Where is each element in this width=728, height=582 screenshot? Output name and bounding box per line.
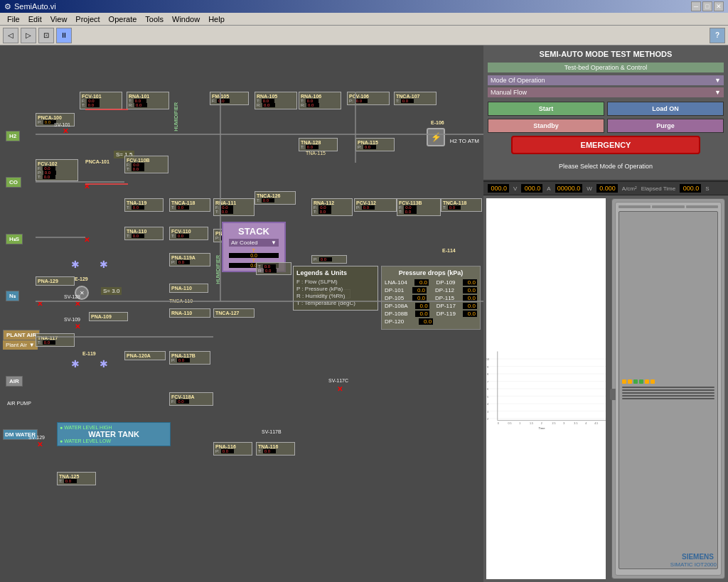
fan2-icon: ✱ <box>100 259 108 270</box>
plant-air-chevron-icon: ▼ <box>29 342 35 348</box>
pna116-component: PNA-116 P:0.0 <box>213 442 252 456</box>
gas-n2-label: N₂ <box>6 291 19 301</box>
device-vents-top <box>619 205 718 208</box>
tna117-component: TNA-117 T:0.0 <box>36 333 75 347</box>
voltage-display: 000.0 <box>488 184 509 193</box>
tna125-component: TNA-125 T:0.0 <box>57 472 96 485</box>
right-panel: SEMI-AUTO MODE TEST METHODS Test-bed Ope… <box>483 45 728 582</box>
emergency-button[interactable]: EMERGENCY <box>511 136 700 154</box>
fcv118a-component: FCV-118A F:0.0 <box>169 392 213 406</box>
pcv112-component: PCV-112 P:0.0 <box>354 198 397 212</box>
sv128-valve-icon[interactable]: ✕ <box>75 300 80 308</box>
e119-label: E-119 <box>82 351 96 356</box>
menu-file[interactable]: File <box>3 15 24 23</box>
e106-component: ⚡ <box>427 128 445 146</box>
tnca126-component: TNCA-126 T:0.0 <box>255 191 296 205</box>
tnca118-right-component: TNCA-118 T:0.0 <box>441 198 482 212</box>
fcv110-component: FCV-110 T:0.0 <box>169 227 208 240</box>
t-val-center: T:0.0 R:0.0 <box>256 262 291 275</box>
air-pump-label: AIR PUMP <box>7 401 31 406</box>
sv129-valve-icon[interactable]: ✕ <box>37 441 43 448</box>
pna120a-component: PNA-120A <box>124 351 166 360</box>
sv101-valve-icon[interactable]: ✕ <box>63 127 68 135</box>
valve-n2-icon[interactable]: ✕ <box>37 300 43 308</box>
menu-window[interactable]: Window <box>168 15 204 23</box>
svg-text:4: 4 <box>585 422 587 425</box>
svg-text:5: 5 <box>487 396 488 399</box>
pna117b-component: PNA-117B P:0.0 <box>169 351 210 365</box>
e114-label: E-114 <box>442 248 456 253</box>
current-display: 000.0 <box>521 184 542 193</box>
menu-edit[interactable]: Edit <box>24 15 46 23</box>
aircooled-select[interactable]: Air Cooled ▼ <box>229 239 279 247</box>
pd-row-6: DP-120 0.0 <box>385 318 477 325</box>
toolbar-btn-3[interactable]: ⊡ <box>38 28 54 43</box>
device-slits <box>619 385 717 402</box>
menu-view[interactable]: View <box>46 15 72 23</box>
rna110-component: RNA-110 <box>169 308 210 318</box>
svg-text:2: 2 <box>541 422 542 425</box>
e106-label: E-106 <box>431 120 444 125</box>
plant-air-dropdown[interactable]: Plant Air ▼ <box>3 340 38 350</box>
close-button[interactable]: ✕ <box>714 1 724 11</box>
legends-title: Legends & Units <box>296 269 375 276</box>
valve-co-icon[interactable]: ✕ <box>84 183 90 190</box>
rna106-component: RNA-106 T:0.0 R:0.0 <box>299 92 341 109</box>
gas-plantair-label: PLANT AIR <box>3 330 40 340</box>
voltage-unit: V <box>513 185 517 192</box>
pd-row-1: LNA-104 0.0 DP-109 0.0 <box>385 279 477 286</box>
legend-r: R : Humidity (%Rh) <box>296 293 375 299</box>
menu-help[interactable]: Help <box>204 15 229 23</box>
power-display: 00000.0 <box>555 184 583 193</box>
svg-text:10: 10 <box>486 358 489 361</box>
title-bar-controls: ─ □ ✕ <box>691 1 724 11</box>
svg-text:Time: Time <box>539 426 546 430</box>
sv117b-label: SV-117B <box>262 429 282 434</box>
water-level-low-label: ● WATER LEVEL LOW <box>60 438 168 443</box>
menu-operate[interactable]: Operate <box>105 15 141 23</box>
toolbar-btn-pause[interactable]: ⏸ <box>56 28 72 43</box>
svg-text:0.5: 0.5 <box>508 422 511 425</box>
pnca101-label: PNCA-101 <box>85 159 109 164</box>
rna112-component: RNA-112 F:0.0 T:0.0 <box>311 198 353 216</box>
start-button[interactable]: Start <box>488 102 604 116</box>
mode-of-operation-dropdown[interactable]: Mode Of Operation ▼ <box>488 75 724 85</box>
load-on-button[interactable]: Load ON <box>607 102 724 116</box>
menu-project[interactable]: Project <box>71 15 104 23</box>
pd-row-2: DP-101 0.0 DP-112 0.0 <box>385 287 477 293</box>
purge-button[interactable]: Purge <box>607 119 724 133</box>
minimize-button[interactable]: ─ <box>691 1 701 11</box>
stack-t-label: T: <box>229 248 279 253</box>
svg-text:4: 4 <box>487 403 488 406</box>
sv109-valve-icon[interactable]: ✕ <box>75 323 80 330</box>
gas-co-label: CO <box>6 177 21 188</box>
standby-button[interactable]: Standby <box>488 119 604 133</box>
toolbar-btn-help[interactable]: ? <box>710 28 725 43</box>
tnca107-component: TNCA-107 T:0.0 <box>394 92 437 105</box>
title-bar: ⚙ SemiAuto.vi ─ □ ✕ <box>0 0 728 13</box>
svg-text:6: 6 <box>487 388 488 391</box>
main-area: H2 CO H₂S N₂ PLANT AIR AIR DM WATER Plan… <box>0 45 728 582</box>
select-mode-text: Please Select Mode of Operation <box>488 157 724 176</box>
device-port <box>610 389 616 400</box>
manual-flow-dropdown[interactable]: Manual Flow ▼ <box>488 87 724 97</box>
pd-row-3: DP-105 0.0 DP-115 0.0 <box>385 295 477 301</box>
graph-svg: 10 9 8 7 6 5 4 3 2 0 0.5 1 1.5 2 2.5 3 <box>486 198 606 579</box>
valve-h2s-icon[interactable]: ✕ <box>84 236 90 244</box>
menu-tools[interactable]: Tools <box>141 15 168 23</box>
svg-text:3.5: 3.5 <box>574 422 577 425</box>
fan3-icon: ✱ <box>71 358 80 370</box>
water-tank-title: WATER TANK <box>60 430 168 438</box>
sv128-label: SV-128 <box>64 294 80 299</box>
tna119-component: TNA-119 T:0.0 <box>124 198 164 212</box>
fcv113b-component: FCV-113B F:0.0 T:0.0 <box>397 198 441 216</box>
tna110-component: TNA-110 T:0.0 <box>124 227 164 240</box>
svg-text:1: 1 <box>519 422 520 425</box>
current-density-display: 0.000 <box>596 184 618 193</box>
sv117c-valve-icon[interactable]: ✕ <box>337 385 343 393</box>
tnca127-component: TNCA-127 <box>213 308 255 318</box>
pressure-drops-title: Pressure drops (kPa) <box>385 269 477 276</box>
restore-button[interactable]: □ <box>702 1 712 11</box>
toolbar-btn-2[interactable]: ▷ <box>21 28 36 43</box>
toolbar-btn-1[interactable]: ◁ <box>3 28 18 43</box>
